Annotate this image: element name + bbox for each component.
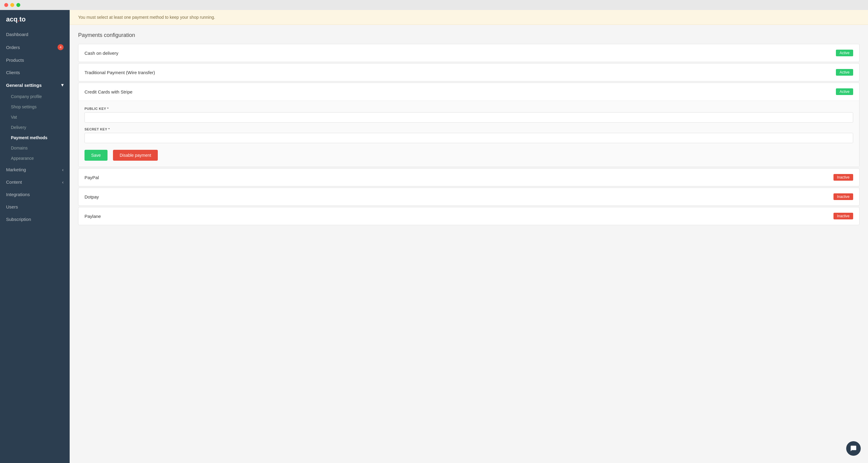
chevron-left-icon: ‹	[62, 167, 64, 172]
payment-stripe-header[interactable]: Credit Cards with Stripe Active	[79, 83, 859, 101]
chevron-down-icon: ▾	[61, 82, 64, 88]
public-key-input[interactable]	[85, 112, 853, 123]
chat-icon	[850, 445, 857, 452]
sidebar-section-general-settings[interactable]: General settings ▾	[0, 79, 70, 91]
sidebar-item-orders[interactable]: Orders 4	[0, 40, 70, 54]
sidebar-item-marketing[interactable]: Marketing ‹	[0, 163, 70, 176]
secret-key-label: SECRET KEY *	[85, 127, 853, 131]
sidebar-item-payment-methods[interactable]: Payment methods	[0, 133, 70, 143]
sidebar-item-users[interactable]: Users	[0, 201, 70, 213]
sidebar-item-company-profile[interactable]: Company profile	[0, 91, 70, 102]
main-content: You must select at least one payment met…	[70, 10, 868, 463]
payment-cash-on-delivery[interactable]: Cash on delivery Active	[78, 44, 860, 62]
sidebar: acq.to Dashboard Orders 4 Products Clien…	[0, 10, 70, 463]
public-key-label: PUBLIC KEY *	[85, 107, 853, 110]
payment-traditional[interactable]: Traditional Payment (Wire transfer) Acti…	[78, 63, 860, 81]
status-badge-inactive: Inactive	[834, 213, 853, 220]
save-button[interactable]: Save	[85, 150, 107, 161]
sidebar-item-products[interactable]: Products	[0, 54, 70, 66]
sidebar-item-delivery[interactable]: Delivery	[0, 122, 70, 133]
page-title: Payments configuration	[78, 32, 860, 38]
secret-key-input[interactable]	[85, 133, 853, 143]
warning-banner: You must select at least one payment met…	[70, 10, 868, 25]
sidebar-item-appearance[interactable]: Appearance	[0, 153, 70, 163]
sidebar-item-dashboard[interactable]: Dashboard	[0, 28, 70, 40]
sidebar-item-subscription[interactable]: Subscription	[0, 213, 70, 226]
close-button[interactable]	[4, 3, 8, 7]
payment-dotpay[interactable]: Dotpay Inactive	[78, 188, 860, 206]
chat-button[interactable]	[846, 441, 861, 456]
status-badge-inactive: Inactive	[834, 193, 853, 200]
sidebar-item-vat[interactable]: Vat	[0, 112, 70, 122]
disable-payment-button[interactable]: Disable payment	[113, 150, 158, 161]
sidebar-item-clients[interactable]: Clients	[0, 66, 70, 79]
payment-stripe: Credit Cards with Stripe Active PUBLIC K…	[78, 82, 860, 167]
status-badge-active: Active	[836, 69, 853, 76]
payment-paypal[interactable]: PayPal Inactive	[78, 168, 860, 187]
maximize-button[interactable]	[17, 3, 20, 7]
status-badge-inactive: Inactive	[834, 174, 853, 181]
minimize-button[interactable]	[10, 3, 14, 7]
logo: acq.to	[0, 10, 70, 28]
chevron-left-icon: ‹	[62, 179, 64, 185]
window-chrome	[0, 0, 868, 10]
sidebar-item-content[interactable]: Content ‹	[0, 176, 70, 188]
status-badge-active: Active	[836, 88, 853, 95]
orders-badge: 4	[58, 44, 64, 50]
status-badge-active: Active	[836, 49, 853, 56]
sidebar-item-shop-settings[interactable]: Shop settings	[0, 102, 70, 112]
sidebar-item-domains[interactable]: Domains	[0, 143, 70, 153]
payment-paylane[interactable]: Paylane Inactive	[78, 207, 860, 225]
sidebar-item-integrations[interactable]: Integrations	[0, 188, 70, 201]
